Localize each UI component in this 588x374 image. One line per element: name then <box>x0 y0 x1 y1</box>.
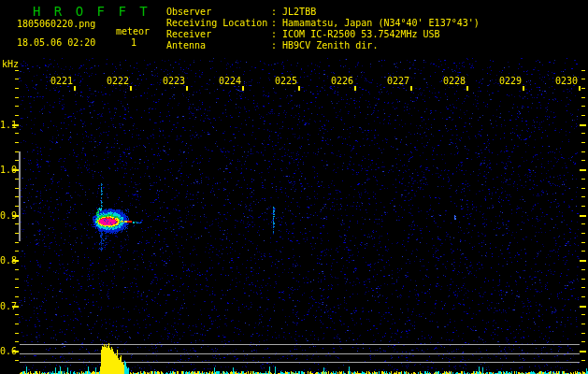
freq-axis-unit: kHz <box>2 59 19 69</box>
info-row-antenna: Antenna: HB9CV Zenith dir. <box>166 40 378 50</box>
time-label: 0230 <box>555 76 579 86</box>
mode-label: meteor <box>116 26 150 36</box>
receiver-label: Receiver <box>166 29 271 39</box>
observer-label: Observer <box>166 7 271 17</box>
info-row-location: Receiving Location: Hamamatsu, Japan (N3… <box>166 18 480 28</box>
meteor-count-label: 1 <box>131 37 136 48</box>
freq-label: 0.8 <box>0 255 13 266</box>
separator: : <box>271 18 277 28</box>
receiver-value: ICOM IC-R2500 53.7542MHz USB <box>282 29 440 39</box>
app-title: H R O F F T <box>33 4 151 19</box>
observer-value: JL2TBB <box>282 7 316 17</box>
location-value: Hamamatsu, Japan (N34°40' E137°43') <box>282 18 480 28</box>
freq-label: 1.1 <box>0 120 13 130</box>
separator: : <box>271 7 277 17</box>
freq-label: 0.6 <box>0 346 13 356</box>
datetime-label: 18.05.06 02:20 <box>17 37 95 48</box>
location-label: Receiving Location <box>166 18 271 28</box>
time-label: 0225 <box>275 76 298 86</box>
freq-label: 0.9 <box>0 210 13 221</box>
info-row-receiver: Receiver: ICOM IC-R2500 53.7542MHz USB <box>166 29 440 39</box>
hrofft-screen: H R O F F T 1805060220.png meteor 18.05.… <box>0 0 588 374</box>
freq-label: 1.0 <box>0 165 13 175</box>
freq-label: 0.7 <box>0 301 13 311</box>
time-label: 0226 <box>331 76 354 86</box>
spectrogram-canvas <box>0 0 588 374</box>
time-label: 0222 <box>107 76 130 86</box>
antenna-value: HB9CV Zenith dir. <box>282 40 378 50</box>
separator: : <box>271 40 277 50</box>
time-label: 0227 <box>387 76 410 86</box>
time-label: 0229 <box>499 76 523 86</box>
info-row-observer: Observer: JL2TBB <box>166 7 316 17</box>
time-label: 0223 <box>163 76 186 86</box>
time-label: 0224 <box>219 76 242 86</box>
separator: : <box>271 29 277 39</box>
time-label: 0221 <box>50 76 74 86</box>
filename-label: 1805060220.png <box>17 19 95 29</box>
time-label: 0228 <box>443 76 466 86</box>
antenna-label: Antenna <box>166 40 271 50</box>
